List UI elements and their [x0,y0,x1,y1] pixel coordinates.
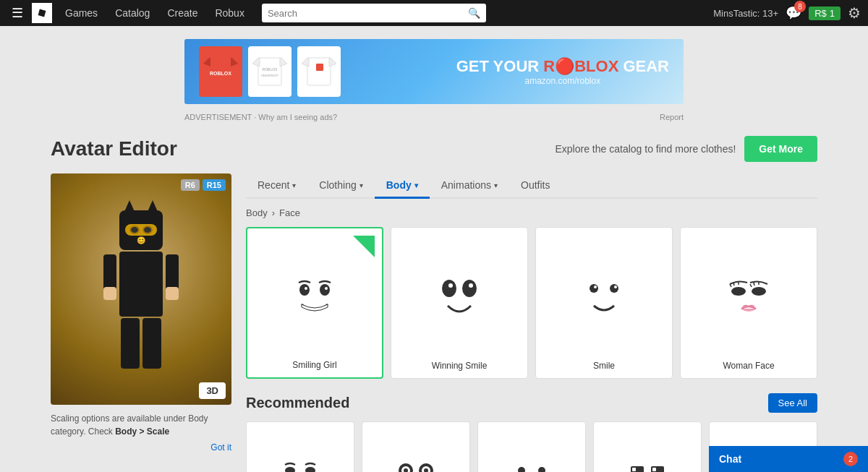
svg-marker-7 [252,58,260,66]
avatar-body [119,252,163,317]
face-name-smile: Smile [543,361,665,371]
page-header: Avatar Editor Explore the catalog to fin… [51,136,817,162]
see-all-button[interactable]: See All [768,393,817,413]
chat-bar[interactable]: Chat 2 [709,446,868,472]
rec-img-adorable-puppy [484,428,579,472]
svg-rect-39 [275,450,326,472]
svg-rect-51 [506,450,557,472]
chat-badge: 2 [843,452,858,466]
svg-rect-57 [622,450,673,472]
svg-rect-11 [307,58,331,85]
face-card-smiling-girl[interactable]: Smiling Girl [246,227,383,379]
chat-label: Chat [719,453,741,465]
avatar-figure: 😊 [119,210,163,369]
svg-marker-12 [302,58,309,66]
roblox-logo[interactable] [32,3,52,23]
rec-card-adorable-puppy[interactable]: Adorable Puppy [477,421,586,472]
catalog-panel: Recent▾ Clothing▾ Body▾ Animations▾ Outf… [246,173,817,472]
avatar-smile: 😊 [137,236,145,244]
svg-point-17 [320,284,330,296]
avatar-arm-right [166,254,179,294]
svg-point-32 [752,287,766,296]
face-card-smile[interactable]: Smile [535,227,673,379]
svg-marker-3 [203,58,210,66]
face-img-winning-smile [399,235,520,356]
ad-report-link[interactable]: Report [660,113,684,121]
svg-rect-6 [258,58,281,85]
robux-count: 1 [830,8,835,19]
notifications-button[interactable]: 💬 8 [786,5,801,21]
svg-point-27 [610,284,618,293]
ad-text-area: GET YOUR R🔴BLOX GEAR amazon.com/roblox [456,57,669,86]
ad-shirt-red: ROBLOX [199,46,242,97]
svg-rect-15 [286,267,344,325]
tab-body[interactable]: Body▾ [375,173,430,199]
face-card-winning-smile[interactable]: Winning Smile [391,227,528,379]
search-icon: 🔍 [468,7,480,19]
tabs: Recent▾ Clothing▾ Body▾ Animations▾ Outf… [246,173,817,199]
ad-shirts: ROBLOX ROBLOX UNIVERSITY [199,46,341,97]
get-more-button[interactable]: Get More [744,136,817,162]
tab-clothing[interactable]: Clothing▾ [307,173,374,199]
svg-rect-20 [430,267,488,325]
tab-outfits[interactable]: Outfits [509,173,561,199]
ad-banner: ROBLOX ROBLOX UNIVERSITY [184,39,684,104]
nav-catalog[interactable]: Catalog [106,0,158,26]
svg-point-31 [731,287,746,296]
rec-img-sigmund [252,428,348,472]
badge-r6[interactable]: R6 [181,179,200,191]
avatar-preview: R6 R15 😊 [51,173,231,405]
page-title: Avatar Editor [51,137,177,160]
rec-img-dizzy [368,428,464,472]
svg-marker-4 [231,58,238,66]
avatar-ear-right [147,200,158,213]
avatar-3d-button[interactable]: 3D [199,382,226,399]
avatar-hand-right [166,287,179,300]
svg-point-16 [299,284,310,296]
svg-rect-14 [316,64,323,71]
nav-create[interactable]: Create [158,0,206,26]
tab-animations[interactable]: Animations▾ [430,173,509,199]
face-img-smiling-girl [255,236,375,356]
svg-point-29 [614,286,617,288]
avatar-head: 😊 [119,210,163,250]
svg-text:ROBLOX: ROBLOX [210,71,231,76]
nav-games[interactable]: Games [56,0,106,26]
rec-img-skeptic [600,428,695,472]
badge-r15[interactable]: R15 [203,179,226,191]
avatar-goggle-right [142,226,153,234]
avatar-hand-left [103,287,116,300]
avatar-scale-link-text: Body > Scale [115,426,169,437]
search-input[interactable] [268,8,468,19]
face-img-smile [543,235,665,356]
recommended-title: Recommended [246,395,349,411]
svg-marker-8 [280,58,287,66]
face-grid: Smiling Girl [246,227,817,379]
avatar-got-it-link[interactable]: Got it [51,441,231,454]
breadcrumb-separator: › [272,207,275,218]
search-bar: 🔍 [262,4,486,22]
svg-point-24 [469,283,473,288]
rec-card-dizzy[interactable]: Dizzy [362,421,470,472]
avatar-goggles [125,224,157,236]
rec-card-sigmund[interactable]: Sigmund [246,421,354,472]
avatar-cat-ears [124,200,158,213]
rec-card-skeptic[interactable]: Skeptic [593,421,702,472]
robux-button[interactable]: R$ 1 [809,7,841,20]
ad-shirt-white1: ROBLOX UNIVERSITY [248,46,292,97]
svg-point-23 [448,283,453,288]
svg-text:UNIVERSITY: UNIVERSITY [261,74,278,77]
tab-recent[interactable]: Recent▾ [246,173,307,199]
explore-text: Explore the catalog to find more clothes… [556,143,736,155]
ad-headline: GET YOUR R🔴BLOX GEAR [456,57,669,76]
svg-point-21 [442,280,456,297]
nav-robux[interactable]: Robux [206,0,252,26]
ad-shirt-white2 [297,46,341,97]
breadcrumb-parent[interactable]: Body [246,207,268,218]
face-card-woman-face[interactable]: Woman Face [680,227,817,379]
face-name-smiling-girl: Smiling Girl [255,360,375,370]
hamburger-icon[interactable]: ☰ [7,5,27,21]
face-img-woman-face [688,235,809,356]
settings-icon[interactable]: ⚙ [848,4,861,22]
breadcrumb-child: Face [279,207,300,218]
